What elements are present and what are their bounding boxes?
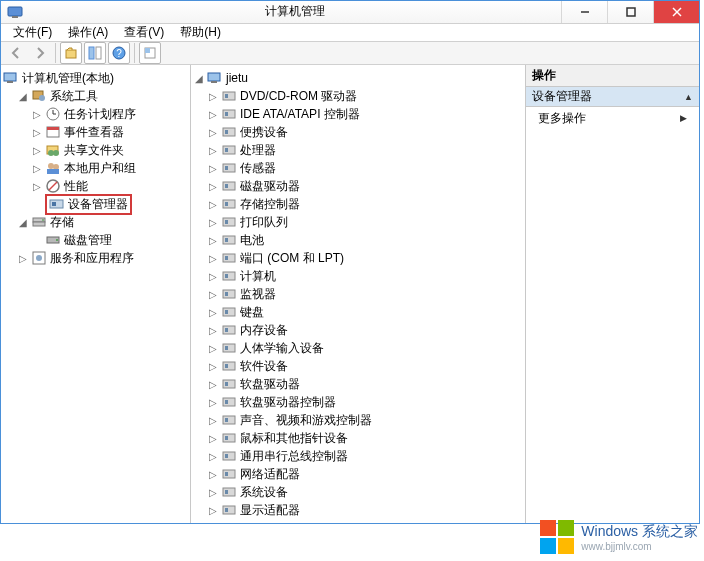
device-category[interactable]: ▷声音、视频和游戏控制器 [193, 411, 523, 429]
expand-icon[interactable]: ▷ [207, 325, 219, 336]
nav-task-scheduler[interactable]: ▷ 任务计划程序 [3, 105, 188, 123]
expand-icon[interactable]: ▷ [207, 307, 219, 318]
expand-icon[interactable]: ▷ [207, 127, 219, 138]
expand-icon[interactable]: ▷ [17, 253, 29, 264]
expand-icon[interactable]: ▷ [207, 91, 219, 102]
minimize-button[interactable] [561, 1, 607, 23]
expand-icon[interactable]: ▷ [207, 163, 219, 174]
menu-help[interactable]: 帮助(H) [172, 24, 229, 41]
menu-file[interactable]: 文件(F) [5, 24, 60, 41]
nav-disk-management[interactable]: 磁盘管理 [3, 231, 188, 249]
svg-rect-53 [223, 200, 235, 208]
device-category[interactable]: ▷存储控制器 [193, 195, 523, 213]
expand-icon[interactable]: ▷ [207, 235, 219, 246]
device-category[interactable]: ▷显示适配器 [193, 501, 523, 519]
device-category[interactable]: ▷软盘驱动器 [193, 375, 523, 393]
help-button[interactable]: ? [108, 42, 130, 64]
nav-device-manager[interactable]: 设备管理器 [3, 195, 188, 213]
nav-storage[interactable]: ◢ 存储 [3, 213, 188, 231]
refresh-button[interactable] [139, 42, 161, 64]
expand-icon[interactable]: ▷ [207, 451, 219, 462]
menu-view[interactable]: 查看(V) [116, 24, 172, 41]
nav-event-viewer[interactable]: ▷ 事件查看器 [3, 123, 188, 141]
device-category[interactable]: ▷便携设备 [193, 123, 523, 141]
menu-action[interactable]: 操作(A) [60, 24, 116, 41]
nav-services[interactable]: ▷ 服务和应用程序 [3, 249, 188, 267]
expand-icon[interactable]: ▷ [31, 145, 43, 156]
device-root[interactable]: ◢ jietu [193, 69, 523, 87]
device-category[interactable]: ▷系统设备 [193, 483, 523, 501]
device-icon [221, 286, 237, 302]
device-label: 监视器 [240, 286, 276, 303]
nav-shared-folders[interactable]: ▷ 共享文件夹 [3, 141, 188, 159]
more-actions[interactable]: 更多操作 ▶ [526, 107, 699, 129]
expand-icon[interactable]: ▷ [207, 181, 219, 192]
device-category[interactable]: ▷软盘驱动器控制器 [193, 393, 523, 411]
device-category[interactable]: ▷软件设备 [193, 357, 523, 375]
collapse-icon[interactable]: ◢ [193, 73, 205, 84]
expand-icon[interactable]: ▷ [207, 289, 219, 300]
selected-highlight: 设备管理器 [45, 194, 132, 215]
actions-header: 操作 [526, 65, 699, 87]
device-category[interactable]: ▷网络适配器 [193, 465, 523, 483]
expand-icon[interactable]: ▷ [31, 163, 43, 174]
expand-icon[interactable]: ▷ [207, 361, 219, 372]
device-label: 打印队列 [240, 214, 288, 231]
device-category[interactable]: ▷通用串行总线控制器 [193, 447, 523, 465]
device-icon [221, 106, 237, 122]
device-category[interactable]: ▷IDE ATA/ATAPI 控制器 [193, 105, 523, 123]
expand-icon[interactable]: ▷ [31, 181, 43, 192]
device-icon [221, 232, 237, 248]
expand-icon[interactable]: ▷ [207, 505, 219, 516]
svg-rect-1 [12, 16, 18, 18]
forward-button[interactable] [29, 42, 51, 64]
device-category[interactable]: ▷DVD/CD-ROM 驱动器 [193, 87, 523, 105]
nav-system-tools[interactable]: ◢ 系统工具 [3, 87, 188, 105]
actions-section[interactable]: 设备管理器 ▲ [526, 87, 699, 107]
expand-icon[interactable]: ▷ [207, 253, 219, 264]
collapse-icon[interactable]: ◢ [17, 217, 29, 228]
device-category[interactable]: ▷磁盘驱动器 [193, 177, 523, 195]
expand-icon[interactable]: ▷ [207, 217, 219, 228]
collapse-icon[interactable]: ◢ [17, 91, 29, 102]
device-category[interactable]: ▷传感器 [193, 159, 523, 177]
nav-root[interactable]: 计算机管理(本地) [3, 69, 188, 87]
window-buttons [561, 1, 699, 23]
device-category[interactable]: ▷内存设备 [193, 321, 523, 339]
expand-icon[interactable]: ▷ [207, 415, 219, 426]
expand-icon[interactable]: ▷ [207, 109, 219, 120]
device-category[interactable]: ▷电池 [193, 231, 523, 249]
expand-icon[interactable]: ▷ [207, 379, 219, 390]
up-button[interactable] [60, 42, 82, 64]
actions-section-label: 设备管理器 [532, 88, 592, 105]
expand-icon[interactable]: ▷ [207, 271, 219, 282]
properties-button[interactable] [84, 42, 106, 64]
expand-icon[interactable]: ▷ [207, 487, 219, 498]
expand-icon[interactable]: ▷ [207, 433, 219, 444]
nav-performance[interactable]: ▷ 性能 [3, 177, 188, 195]
storage-icon [31, 214, 47, 230]
back-button[interactable] [5, 42, 27, 64]
device-category[interactable]: ▷处理器 [193, 141, 523, 159]
device-category[interactable]: ▷键盘 [193, 303, 523, 321]
expand-icon[interactable]: ▷ [31, 109, 43, 120]
svg-point-38 [36, 255, 42, 261]
expand-icon[interactable]: ▷ [207, 145, 219, 156]
device-category[interactable]: ▷端口 (COM 和 LPT) [193, 249, 523, 267]
svg-rect-0 [8, 7, 22, 16]
device-category[interactable]: ▷监视器 [193, 285, 523, 303]
device-label: 网络适配器 [240, 466, 300, 483]
device-category[interactable]: ▷鼠标和其他指针设备 [193, 429, 523, 447]
close-button[interactable] [653, 1, 699, 23]
nav-label: 共享文件夹 [64, 142, 124, 159]
expand-icon[interactable]: ▷ [207, 199, 219, 210]
expand-icon[interactable]: ▷ [207, 469, 219, 480]
device-category[interactable]: ▷打印队列 [193, 213, 523, 231]
expand-icon[interactable]: ▷ [207, 343, 219, 354]
nav-local-users[interactable]: ▷ 本地用户和组 [3, 159, 188, 177]
expand-icon[interactable]: ▷ [31, 127, 43, 138]
expand-icon[interactable]: ▷ [207, 397, 219, 408]
device-category[interactable]: ▷人体学输入设备 [193, 339, 523, 357]
maximize-button[interactable] [607, 1, 653, 23]
device-category[interactable]: ▷计算机 [193, 267, 523, 285]
